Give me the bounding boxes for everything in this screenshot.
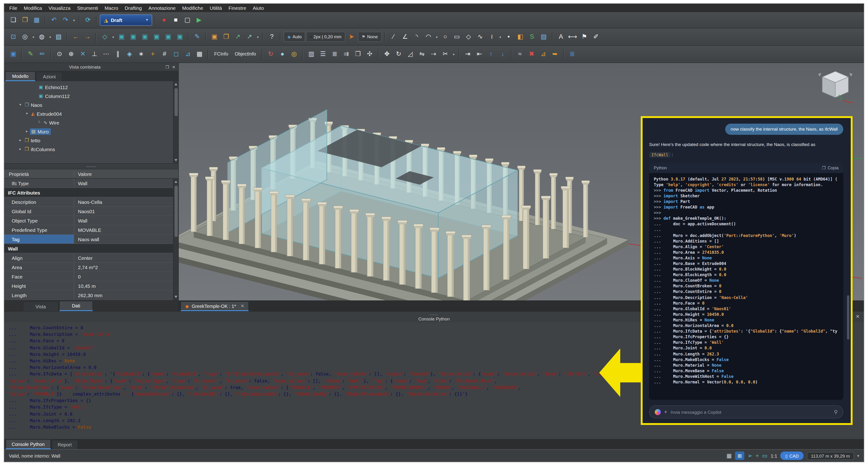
tab-vista[interactable]: Vista xyxy=(23,301,58,311)
group-icon[interactable]: ❒ xyxy=(221,32,231,42)
menu-item[interactable]: Annotazione xyxy=(145,5,179,11)
snap-dimensions-icon[interactable]: ⊿ xyxy=(183,49,193,60)
redo-icon[interactable]: ↷ xyxy=(60,15,71,26)
snap-workingplane-icon[interactable]: ◻ xyxy=(171,49,182,60)
view-rear-icon[interactable]: ▣ xyxy=(151,32,162,42)
snap-perpendicular-icon[interactable]: ⊥ xyxy=(89,49,100,60)
tab-azioni[interactable]: Azioni xyxy=(36,72,63,81)
text-icon[interactable]: A xyxy=(556,32,566,42)
property-value[interactable]: 262,30 mm xyxy=(74,292,178,298)
mic-icon[interactable]: ⚲ xyxy=(834,409,838,415)
draft-polyline-icon[interactable]: ∠ xyxy=(400,32,410,42)
redo-dropdown-caret[interactable]: ▾ xyxy=(72,15,76,26)
wp-proxy-icon[interactable]: ➤ xyxy=(346,32,357,42)
upgrade-icon[interactable]: ↑ xyxy=(486,49,496,60)
menu-item[interactable]: Visualizza xyxy=(45,5,74,11)
snap-special-icon[interactable]: ◈ xyxy=(124,49,135,60)
statusbar-caret-icon[interactable]: ▾ xyxy=(857,454,859,458)
close-console-icon[interactable]: ✕ xyxy=(856,314,860,319)
close-panel-icon[interactable]: ✕ xyxy=(172,65,176,69)
objectinfo-button[interactable]: ObjectInfo xyxy=(232,49,259,60)
hatch-icon[interactable]: ▨ xyxy=(538,32,549,42)
dimension-icon[interactable]: ⟷ xyxy=(567,32,578,42)
trimex-icon[interactable]: ✂ xyxy=(440,49,451,60)
property-row-tag[interactable]: Tag Naos wall xyxy=(4,235,178,244)
export-ifc-icon[interactable]: ↗ xyxy=(232,32,243,42)
view-isometric-caret[interactable]: ▾ xyxy=(111,32,115,42)
property-row-global-id[interactable]: Global Id Naos01 xyxy=(4,207,178,216)
snap-ortho-icon[interactable]: + xyxy=(148,49,158,60)
menu-item[interactable]: Utilità xyxy=(207,5,225,11)
annotation-styles-icon[interactable]: ✐ xyxy=(591,32,601,42)
tree-collapse-icon[interactable]: ☰ xyxy=(317,49,328,60)
remove-point-icon[interactable]: ✖ xyxy=(526,49,537,60)
draft-point-icon[interactable]: • xyxy=(503,32,514,42)
property-value[interactable]: Center xyxy=(74,255,178,261)
snap-toggle-button[interactable]: ⊞ xyxy=(735,452,744,460)
scrollbar-thumb[interactable] xyxy=(174,88,178,116)
property-value[interactable]: Wall xyxy=(74,180,178,186)
property-value[interactable]: Naos wall xyxy=(74,236,178,242)
screen-icon[interactable]: ▭ xyxy=(762,453,768,459)
label-icon[interactable]: ⚑ xyxy=(579,32,590,42)
bezier-caret[interactable]: ▾ xyxy=(498,32,502,42)
rotate-icon[interactable]: ↻ xyxy=(393,49,404,60)
new-file-icon[interactable]: ❏ xyxy=(8,15,19,26)
menu-item[interactable]: Aiuto xyxy=(249,5,267,11)
copy-code-button[interactable]: ❐ Copia xyxy=(822,165,839,170)
export-alt-icon[interactable]: ↗ xyxy=(244,32,255,42)
grid-toggle-icon[interactable]: ▦ xyxy=(726,453,732,459)
facebinder-icon[interactable]: ◧ xyxy=(515,32,526,42)
tab-dati[interactable]: Dati xyxy=(59,301,93,311)
nav-forward-icon[interactable]: → xyxy=(82,32,93,42)
scroll-down-icon[interactable] xyxy=(175,296,177,298)
sphere-view-icon[interactable]: ● xyxy=(277,49,288,60)
draft-bezier-icon[interactable]: ≀ xyxy=(487,32,497,42)
view-front-icon[interactable]: ▣ xyxy=(116,32,127,42)
layer-icon[interactable]: ≣ xyxy=(567,49,578,60)
float-panel-icon[interactable]: ❐ xyxy=(165,65,169,69)
add-icon[interactable]: + xyxy=(755,453,759,459)
property-value[interactable]: 10,45 m xyxy=(74,283,178,289)
console-splitter-handle[interactable]: ----- xyxy=(430,313,438,316)
draft-line-icon[interactable]: ∕ xyxy=(388,32,399,42)
fcinfo-button[interactable]: FCInfo xyxy=(211,49,231,60)
attach-plus-icon[interactable]: + xyxy=(664,409,667,415)
property-row-ifc-type[interactable]: Ifc Type Wall xyxy=(4,179,178,188)
property-value[interactable]: 0 xyxy=(74,274,178,279)
panel-splitter[interactable]: ----- xyxy=(4,163,178,169)
wire-to-bspline-icon[interactable]: ≈ xyxy=(515,49,525,60)
property-row-predefined-type[interactable]: Predefined Type MOVABLE xyxy=(4,225,178,235)
save-icon[interactable]: ▦ xyxy=(31,15,42,26)
snap-intersection-icon[interactable]: ✕ xyxy=(78,49,88,60)
menu-item[interactable]: Modifica xyxy=(21,5,45,11)
cursor-mode-icon[interactable]: ➢ xyxy=(748,453,752,459)
macro-run-icon[interactable]: ▶ xyxy=(194,15,205,26)
macro-record-icon[interactable]: ● xyxy=(159,15,169,26)
property-value[interactable]: Wall xyxy=(74,218,178,223)
tree-item-echino112[interactable]: ▣ Echino112 xyxy=(4,82,178,92)
close-document-icon[interactable]: ✕ xyxy=(241,304,244,308)
offset-icon[interactable]: ⇢ xyxy=(428,49,439,60)
move-icon[interactable]: ✥ xyxy=(381,49,392,60)
document-tab[interactable]: ◆ GreekTemple-OK : 1* ✕ xyxy=(181,301,249,311)
tab-console-python[interactable]: Console Python xyxy=(6,439,51,449)
copilot-message-input[interactable] xyxy=(671,409,831,414)
property-row-object-type[interactable]: Object Type Wall xyxy=(4,216,178,225)
cad-navigation-button[interactable]: ▯ CAD xyxy=(780,452,804,460)
scrollbar-thumb[interactable] xyxy=(174,186,178,237)
shapestring-icon[interactable]: S xyxy=(527,32,537,42)
tree-item-column112[interactable]: ▣ Column112 xyxy=(4,92,178,100)
view-top-icon[interactable]: ▣ xyxy=(128,32,138,42)
macro-edit-icon[interactable]: ▢ xyxy=(182,15,193,26)
view-bottom-icon[interactable]: ▣ xyxy=(163,32,174,42)
snap-endpoint-icon[interactable]: ⊙ xyxy=(54,49,65,60)
measure-icon[interactable]: ✎ xyxy=(192,32,203,42)
tree-expand-arrow[interactable]: └ xyxy=(36,120,42,125)
draw-style-caret[interactable]: ▾ xyxy=(48,32,52,42)
macro-stop-icon[interactable]: ■ xyxy=(170,15,181,26)
view-left-icon[interactable]: ▣ xyxy=(175,32,185,42)
draft-bspline-icon[interactable]: ∿ xyxy=(475,32,486,42)
workingplane-button[interactable]: ◈Auto xyxy=(284,32,305,42)
box-selection-icon[interactable]: ▧ xyxy=(53,32,64,42)
